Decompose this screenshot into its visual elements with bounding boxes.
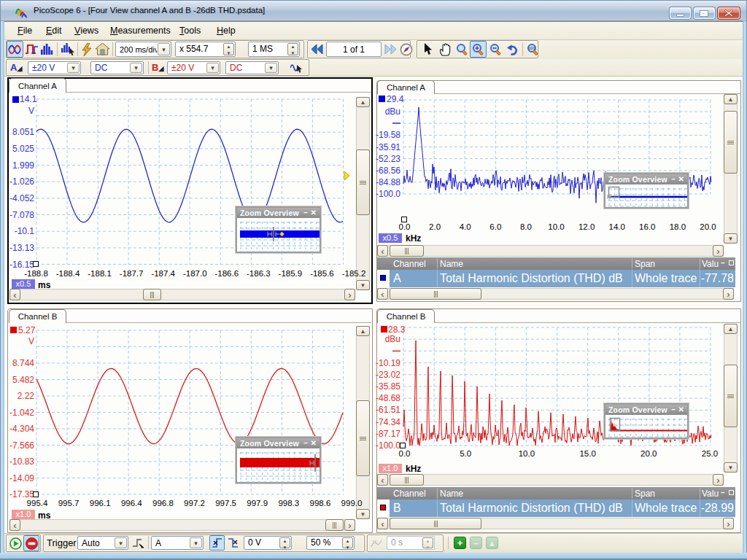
svg-text:-188.8: -188.8 bbox=[24, 269, 48, 278]
svg-text:997.5: 997.5 bbox=[215, 499, 236, 508]
svg-text:-35.85: -35.85 bbox=[376, 381, 400, 392]
svg-text:996.4: 996.4 bbox=[121, 499, 142, 508]
svg-text:5.27: 5.27 bbox=[18, 325, 36, 335]
svg-text:-61.51: -61.51 bbox=[376, 405, 400, 415]
svg-text:-10.83: -10.83 bbox=[9, 456, 34, 467]
svg-text:-23.02: -23.02 bbox=[376, 370, 400, 380]
svg-text:-19.58: -19.58 bbox=[376, 130, 400, 140]
svg-text:4.0: 4.0 bbox=[460, 222, 471, 231]
svg-text:6.0: 6.0 bbox=[489, 222, 501, 231]
svg-text:-188.1: -188.1 bbox=[88, 269, 112, 278]
svg-text:996.1: 996.1 bbox=[90, 499, 111, 508]
svg-text:-17.35: -17.35 bbox=[9, 489, 34, 499]
svg-text:998.3: 998.3 bbox=[278, 499, 299, 508]
svg-text:5.482: 5.482 bbox=[12, 375, 34, 385]
svg-text:997.9: 997.9 bbox=[247, 499, 268, 508]
svg-text:-1.042: -1.042 bbox=[9, 408, 34, 418]
svg-text:-100.0: -100.0 bbox=[376, 189, 400, 199]
svg-text:-186.3: -186.3 bbox=[247, 269, 271, 278]
svg-text:10.0: 10.0 bbox=[519, 449, 535, 458]
svg-text:14.0: 14.0 bbox=[609, 222, 625, 231]
svg-text:5.025: 5.025 bbox=[12, 144, 34, 154]
svg-text:-188.4: -188.4 bbox=[56, 269, 80, 278]
svg-text:29.4: 29.4 bbox=[387, 94, 404, 104]
svg-text:1.999: 1.999 bbox=[12, 160, 34, 171]
svg-text:2.22: 2.22 bbox=[18, 391, 35, 401]
svg-text:-4.304: -4.304 bbox=[9, 424, 34, 434]
svg-text:998.6: 998.6 bbox=[310, 499, 331, 508]
svg-text:-10.1: -10.1 bbox=[15, 226, 35, 236]
svg-text:-4.052: -4.052 bbox=[9, 193, 34, 203]
svg-text:-7.078: -7.078 bbox=[9, 210, 34, 220]
svg-text:10.0: 10.0 bbox=[548, 222, 564, 231]
svg-text:-48.68: -48.68 bbox=[376, 393, 400, 403]
svg-text:-14.09: -14.09 bbox=[9, 473, 34, 483]
svg-text:2.0: 2.0 bbox=[429, 222, 441, 231]
svg-text:8.744: 8.744 bbox=[12, 358, 34, 368]
svg-text:-185.2: -185.2 bbox=[342, 269, 366, 278]
svg-text:12.0: 12.0 bbox=[578, 222, 595, 231]
svg-text:14.1: 14.1 bbox=[20, 94, 37, 104]
svg-text:-16.15: -16.15 bbox=[9, 260, 34, 270]
svg-text:-52.23: -52.23 bbox=[376, 154, 400, 164]
svg-text:-74.34: -74.34 bbox=[376, 417, 400, 427]
svg-text:-185.9: -185.9 bbox=[279, 269, 303, 278]
svg-text:dBu: dBu bbox=[385, 106, 400, 117]
svg-text:-7.566: -7.566 bbox=[9, 440, 34, 451]
svg-text:-187.7: -187.7 bbox=[120, 269, 144, 278]
svg-text:-186.6: -186.6 bbox=[214, 269, 239, 278]
svg-text:5.0: 5.0 bbox=[460, 449, 471, 458]
svg-text:8.051: 8.051 bbox=[12, 127, 34, 137]
svg-text:15.0: 15.0 bbox=[579, 449, 595, 458]
svg-text:dBu: dBu bbox=[385, 334, 400, 344]
svg-text:20.0: 20.0 bbox=[640, 449, 657, 458]
svg-text:20.0: 20.0 bbox=[700, 222, 716, 231]
svg-text:28.3: 28.3 bbox=[388, 324, 406, 335]
svg-text:-185.6: -185.6 bbox=[310, 269, 334, 278]
svg-text:-10.19: -10.19 bbox=[376, 358, 400, 368]
svg-text:18.0: 18.0 bbox=[670, 222, 686, 231]
svg-text:16.0: 16.0 bbox=[639, 222, 655, 231]
svg-text:-1.026: -1.026 bbox=[9, 176, 34, 187]
svg-text:-13.13: -13.13 bbox=[9, 243, 34, 253]
svg-text:-100.0: -100.0 bbox=[376, 440, 400, 451]
svg-text:0.0: 0.0 bbox=[399, 222, 411, 231]
svg-text:0.0: 0.0 bbox=[399, 449, 411, 458]
svg-text:-35.91: -35.91 bbox=[376, 142, 400, 152]
svg-text:V: V bbox=[28, 336, 34, 346]
svg-text:997.2: 997.2 bbox=[184, 499, 205, 508]
svg-text:996.8: 996.8 bbox=[152, 499, 174, 508]
svg-text:-187.0: -187.0 bbox=[183, 269, 207, 278]
svg-text:995.7: 995.7 bbox=[58, 499, 80, 508]
svg-text:-187.4: -187.4 bbox=[151, 269, 175, 278]
svg-text:-84.88: -84.88 bbox=[376, 177, 400, 187]
svg-text:25.0: 25.0 bbox=[702, 449, 718, 458]
svg-text:-87.17: -87.17 bbox=[376, 429, 400, 439]
svg-text:-68.56: -68.56 bbox=[376, 166, 400, 176]
svg-text:995.4: 995.4 bbox=[27, 499, 48, 508]
svg-text:8.0: 8.0 bbox=[520, 222, 532, 231]
svg-text:V: V bbox=[28, 106, 34, 116]
svg-text:999.0: 999.0 bbox=[341, 499, 363, 508]
